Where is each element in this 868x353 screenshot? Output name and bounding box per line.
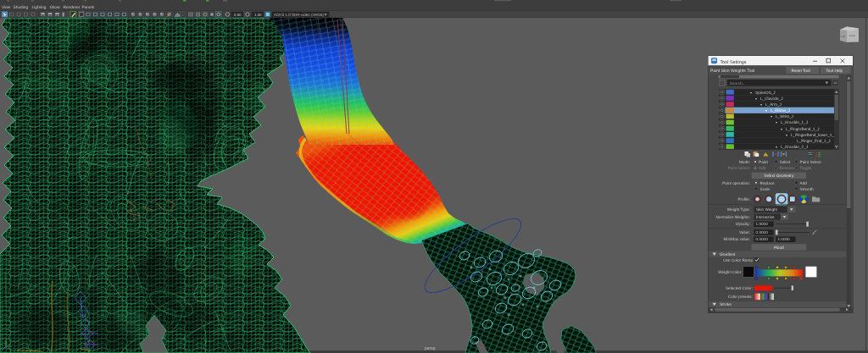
svg-text:Interactive: Interactive <box>756 215 775 219</box>
svg-text:0.0000: 0.0000 <box>756 237 769 241</box>
svg-text:Shading: Shading <box>14 5 29 10</box>
svg-text:Replace: Replace <box>760 181 776 185</box>
svg-text:Tool Settings: Tool Settings <box>721 60 747 65</box>
svg-text:1.00: 1.00 <box>254 13 262 17</box>
svg-text:SpineOS_J: SpineOS_J <box>755 91 776 95</box>
svg-text:Reset Tool: Reset Tool <box>792 69 810 73</box>
svg-text:Skin Weight: Skin Weight <box>756 207 778 212</box>
svg-text:Paint operation:: Paint operation: <box>722 181 750 185</box>
svg-text:Use Color Ramp: Use Color Ramp <box>723 258 753 262</box>
svg-text:L_Knuckle_2_J: L_Knuckle_2_J <box>781 145 808 149</box>
svg-text:View: View <box>2 5 11 10</box>
svg-text:Normalize Weights:: Normalize Weights: <box>715 215 750 219</box>
svg-text:▾: ▾ <box>776 120 777 124</box>
svg-text:1.0000: 1.0000 <box>777 237 790 241</box>
svg-text:0.00: 0.00 <box>234 13 242 17</box>
svg-text:Opacity:: Opacity: <box>736 222 750 226</box>
svg-text:▾: ▾ <box>765 108 767 113</box>
svg-text:Lighting: Lighting <box>32 5 47 10</box>
svg-text:L_Knuckle_1_J: L_Knuckle_1_J <box>781 120 808 124</box>
svg-text:▾: ▾ <box>760 102 762 107</box>
svg-text:Gradient: Gradient <box>720 252 736 257</box>
svg-text:1.0000: 1.0000 <box>756 222 769 226</box>
svg-text:L_Clavicle_J: L_Clavicle_J <box>760 97 783 101</box>
svg-text:Color presets:: Color presets: <box>728 295 753 299</box>
svg-text:Paint Select: Paint Select <box>800 160 822 164</box>
svg-text:L_FingerBend_lower_1_J: L_FingerBend_lower_1_J <box>791 133 836 137</box>
svg-text:Profile:: Profile: <box>737 197 750 201</box>
svg-text:Tool Help: Tool Help <box>826 69 843 73</box>
svg-text:Paint: Paint <box>759 160 768 164</box>
svg-text:Weight Type:: Weight Type: <box>727 207 750 212</box>
svg-text:Show: Show <box>50 5 61 10</box>
svg-text:Scale: Scale <box>760 187 771 191</box>
svg-text:persp: persp <box>425 346 436 351</box>
svg-text:▾: ▾ <box>755 97 757 101</box>
svg-text:Flood: Flood <box>774 245 784 250</box>
svg-text:L_FingerBend_1_J: L_FingerBend_1_J <box>786 127 820 131</box>
svg-text:0.0000: 0.0000 <box>756 230 769 234</box>
svg-text:Left: Left <box>841 35 845 38</box>
svg-text:Selected Color:: Selected Color: <box>726 286 753 290</box>
svg-text:L_Elbow_J: L_Elbow_J <box>771 108 790 113</box>
svg-text:Front: Front <box>849 34 855 37</box>
svg-text:▾: ▾ <box>781 127 782 131</box>
svg-text:▾: ▾ <box>786 133 787 137</box>
svg-text:Remove: Remove <box>780 166 795 170</box>
svg-text:Weight Color:: Weight Color: <box>718 270 742 274</box>
svg-text:Min/Max value:: Min/Max value: <box>723 237 750 241</box>
svg-text:L_Finger_End_1_J: L_Finger_End_1_J <box>797 139 831 143</box>
svg-text:Paint Skin Weights Tool: Paint Skin Weights Tool <box>710 69 754 74</box>
svg-text:L_Arm_J: L_Arm_J <box>765 102 782 107</box>
svg-text:Select: Select <box>780 160 792 164</box>
svg-text:Stroke: Stroke <box>720 302 732 307</box>
svg-text:ACES 1.0 SDR-video (sRGB): ACES 1.0 SDR-video (sRGB) <box>274 13 325 17</box>
svg-text:L_Wrist_J: L_Wrist_J <box>776 114 793 119</box>
svg-text:Value:: Value: <box>739 230 750 234</box>
svg-text:▾: ▾ <box>771 114 772 119</box>
svg-text:Add: Add <box>759 166 766 170</box>
svg-text:Renderer: Renderer <box>64 5 81 10</box>
svg-text:Select Geometry: Select Geometry <box>764 174 794 178</box>
svg-text:Paint Select:: Paint Select: <box>728 166 750 170</box>
svg-text:Add: Add <box>800 181 808 185</box>
svg-text:Search...: Search... <box>730 81 746 86</box>
svg-text:Toggle: Toggle <box>800 166 812 170</box>
svg-text:Mode:: Mode: <box>739 160 750 164</box>
svg-text:▾: ▾ <box>776 145 777 149</box>
svg-text:Panels: Panels <box>82 5 95 10</box>
svg-text:Smooth: Smooth <box>800 187 815 191</box>
svg-text:▾: ▾ <box>750 91 752 95</box>
